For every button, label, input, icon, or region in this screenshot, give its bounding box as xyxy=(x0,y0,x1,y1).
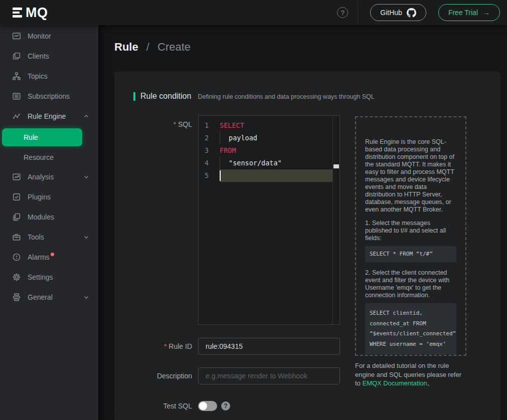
editor-scrollbar-thumb[interactable] xyxy=(333,164,339,168)
breadcrumb-create: Create xyxy=(157,41,191,53)
sidebar-item-label: Settings xyxy=(28,273,53,281)
sidebar-item-label: Analysis xyxy=(28,173,54,181)
editor-line: 3 FROM xyxy=(199,144,340,157)
arrow-right-icon: → xyxy=(483,9,490,17)
test-sql-help-icon[interactable]: ? xyxy=(221,401,230,410)
sidebar-item-label: Alarms xyxy=(28,253,50,261)
section-title: Rule condition xyxy=(140,92,191,101)
sidebar-item-label: Topics xyxy=(28,72,48,80)
code-line: SELECT clientid, xyxy=(370,308,452,319)
help-icon[interactable]: ? xyxy=(337,7,348,18)
breadcrumb: Rule / Create xyxy=(114,41,191,54)
line-number: 5 xyxy=(199,169,220,182)
alarms-icon xyxy=(12,253,21,262)
code-line: “$events/client_connected” xyxy=(370,329,452,339)
sidebar-item-label: Subscriptions xyxy=(28,92,70,100)
tools-icon xyxy=(12,233,21,242)
section-accent-bar xyxy=(133,92,135,101)
test-sql-toggle[interactable] xyxy=(198,401,217,411)
monitor-icon xyxy=(12,32,21,41)
rule-id-label: *Rule ID xyxy=(114,338,192,355)
plugins-icon xyxy=(12,192,21,201)
docs-intro-text: Rule Engine is the core SQL-based data p… xyxy=(365,138,456,214)
topbar-actions: ? GitHub Free Trial → xyxy=(337,2,507,24)
sidebar-item-topics[interactable]: Topics xyxy=(0,66,98,86)
sidebar-item-clients[interactable]: Clients xyxy=(0,46,98,66)
line-number: 3 xyxy=(199,144,220,157)
sidebar-item-modules[interactable]: Modules xyxy=(0,207,98,227)
topics-icon xyxy=(12,72,21,81)
toggle-knob xyxy=(199,402,207,410)
free-trial-button[interactable]: Free Trial → xyxy=(438,4,500,21)
general-icon xyxy=(12,293,21,302)
editor-scrollbar[interactable] xyxy=(332,116,340,324)
sql-keyword: SELECT xyxy=(220,119,332,132)
emq-logo-icon xyxy=(13,8,22,18)
free-trial-label: Free Trial xyxy=(448,9,478,17)
analysis-icon xyxy=(12,172,21,181)
editor-line: 2 payload xyxy=(199,132,340,144)
sidebar-item-tools[interactable]: Tools xyxy=(0,227,98,247)
sql-field-label: *SQL xyxy=(114,119,192,129)
description-label: Description xyxy=(114,367,192,384)
sidebar-item-subscriptions[interactable]: Subscriptions xyxy=(0,86,98,106)
rule-id-input[interactable] xyxy=(198,338,340,355)
sidebar-item-monitor[interactable]: Monitor xyxy=(0,26,98,46)
breadcrumb-rule[interactable]: Rule xyxy=(114,41,138,53)
chevron-up-icon xyxy=(83,113,89,119)
emq-logo-text: MQ xyxy=(26,6,48,20)
sidebar-item-label: General xyxy=(28,293,53,301)
section-header: Rule condition Defining rule conditions … xyxy=(133,92,375,101)
emq-logo[interactable]: MQ xyxy=(0,6,98,20)
line-number: 2 xyxy=(199,132,220,144)
sidebar-item-label: Modules xyxy=(28,213,54,221)
alarm-badge-dot xyxy=(51,253,54,256)
rule-engine-docs-panel: Rule Engine is the core SQL-based data p… xyxy=(355,116,466,356)
sidebar-item-plugins[interactable]: Plugins xyxy=(0,187,98,207)
sidebar-item-label: Tools xyxy=(28,233,44,241)
editor-line: 1 SELECT xyxy=(199,119,340,132)
top-bar: MQ ? GitHub Free Trial → xyxy=(0,0,507,25)
rule-engine-icon xyxy=(12,112,21,121)
emqx-dashboard: MQ ? GitHub Free Trial → Monitor Clients xyxy=(0,0,507,420)
sql-text: "sensor/data" xyxy=(220,157,332,169)
sidebar-item-analysis[interactable]: Analysis xyxy=(0,167,98,187)
docs-example2-code: SELECT clientid, connected_at FROM “$eve… xyxy=(365,303,456,354)
sql-keyword: FROM xyxy=(220,144,332,157)
description-input[interactable] xyxy=(198,367,340,384)
section-subtitle: Defining rule conditions and data proces… xyxy=(198,93,374,100)
rule-create-card: Rule condition Defining rule conditions … xyxy=(114,72,500,420)
docs-example1-label: 1. Select the messages published to t/# … xyxy=(365,220,456,242)
sidebar-item-label: Rule Engine xyxy=(28,112,66,120)
sidebar-item-resource[interactable]: Resource xyxy=(0,148,98,167)
sql-text: payload xyxy=(220,132,332,144)
sidebar-item-general[interactable]: General xyxy=(0,287,98,307)
required-asterisk: * xyxy=(164,342,166,350)
text-cursor xyxy=(220,170,221,181)
sidebar-item-label: Monitor xyxy=(28,32,51,40)
sidebar: Monitor Clients Topics Subscriptions Rul… xyxy=(0,25,98,420)
github-icon xyxy=(407,8,416,18)
sql-code-editor[interactable]: 1 SELECT 2 payload 3 FROM 4 "sensor/data… xyxy=(198,115,340,325)
chevron-down-icon xyxy=(83,294,89,300)
line-number: 1 xyxy=(199,119,220,132)
docs-footer-text: For a detailed tutorial on the rule engi… xyxy=(355,361,466,388)
sidebar-item-label: Clients xyxy=(28,52,49,60)
github-button-label: GitHub xyxy=(380,9,402,17)
editor-line: 4 "sensor/data" xyxy=(199,157,340,169)
required-asterisk: * xyxy=(174,120,176,128)
sidebar-item-rule[interactable]: Rule xyxy=(2,128,82,146)
emqx-documentation-link[interactable]: EMQX Documentation xyxy=(362,379,427,387)
code-line: WHERE username = ‘emqx’ xyxy=(370,339,452,350)
line-number: 4 xyxy=(199,157,220,169)
editor-line-active: 5 xyxy=(199,169,340,182)
docs-column: Rule Engine is the core SQL-based data p… xyxy=(355,116,466,388)
github-button[interactable]: GitHub xyxy=(370,4,426,21)
clients-icon xyxy=(12,52,21,61)
subscriptions-icon xyxy=(12,92,21,101)
sidebar-item-rule-engine[interactable]: Rule Engine xyxy=(0,106,98,126)
sidebar-item-settings[interactable]: Settings xyxy=(0,267,98,287)
code-line: connected_at FROM xyxy=(370,319,452,329)
sidebar-item-alarms[interactable]: Alarms xyxy=(0,247,98,267)
modules-icon xyxy=(12,213,21,222)
